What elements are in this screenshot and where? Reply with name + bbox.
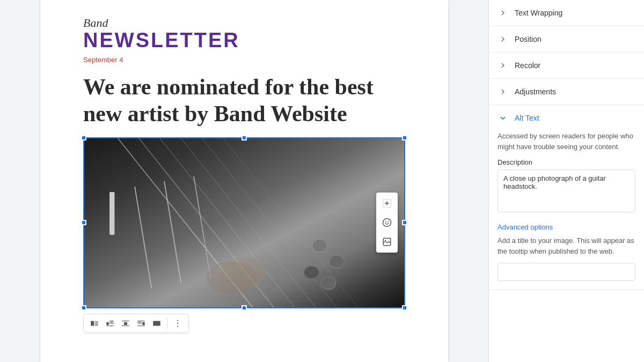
image-title-input[interactable]	[497, 263, 635, 281]
doc-page: Band NEWSLETTER September 4 We are nomin…	[40, 0, 448, 362]
text-wrapping-section: Text Wrapping	[489, 0, 644, 26]
wrap-right-button[interactable]	[134, 316, 149, 331]
image-button[interactable]	[378, 233, 396, 250]
advanced-options-description: Add a title to your image. This will app…	[497, 235, 635, 256]
svg-rect-32	[106, 322, 109, 325]
svg-point-8	[329, 255, 344, 268]
svg-point-24	[387, 221, 389, 223]
handle-top-center[interactable]	[241, 135, 247, 141]
position-label: Position	[515, 35, 635, 43]
handle-top-left[interactable]	[81, 135, 86, 141]
svg-rect-37	[124, 322, 127, 325]
text-wrapping-chevron-icon	[497, 8, 508, 18]
adjustments-label: Adjustments	[515, 87, 635, 96]
svg-point-9	[304, 266, 319, 279]
text-wrapping-row[interactable]: Text Wrapping	[489, 0, 644, 26]
position-row[interactable]: Position	[489, 26, 644, 52]
svg-rect-45	[153, 321, 160, 326]
advanced-options-link[interactable]: Advanced options	[497, 223, 635, 231]
svg-point-7	[312, 239, 327, 252]
newsletter-script-title: Band	[83, 16, 405, 30]
svg-point-48	[177, 326, 178, 327]
handle-left-center[interactable]	[81, 220, 86, 225]
description-textarea[interactable]	[497, 169, 635, 212]
newsletter-headline: We are nominated for the best new artist…	[83, 73, 405, 128]
recolor-row[interactable]: Recolor	[489, 53, 644, 78]
image-selection-wrapper[interactable]	[83, 137, 405, 308]
add-button[interactable]	[378, 195, 396, 212]
wrap-none-button[interactable]	[87, 316, 102, 331]
handle-top-right[interactable]	[402, 135, 407, 141]
more-options-button[interactable]	[170, 316, 185, 331]
svg-point-22	[383, 219, 391, 227]
recolor-chevron-icon	[497, 60, 508, 71]
recolor-section: Recolor	[489, 53, 644, 79]
svg-point-47	[177, 323, 178, 324]
svg-point-16	[221, 257, 267, 287]
adjustments-row[interactable]: Adjustments	[489, 79, 644, 105]
position-section: Position	[489, 26, 644, 53]
image-container[interactable]	[83, 137, 405, 333]
alt-text-description: Accessed by screen readers for people wh…	[497, 131, 635, 152]
handle-bottom-right[interactable]	[402, 305, 407, 311]
alt-text-chevron-icon	[497, 113, 508, 123]
adjustments-chevron-icon	[497, 86, 508, 97]
svg-point-10	[321, 277, 336, 290]
svg-rect-40	[142, 322, 145, 325]
svg-rect-27	[91, 321, 94, 326]
svg-point-46	[177, 320, 178, 321]
image-float-toolbar	[376, 193, 398, 253]
newsletter-main-title: NEWSLETTER	[83, 30, 405, 50]
handle-right-center[interactable]	[402, 220, 407, 225]
document-area: Band NEWSLETTER September 4 We are nomin…	[0, 0, 488, 362]
emoji-button[interactable]	[378, 214, 396, 231]
newsletter-date: September 4	[83, 56, 405, 64]
alt-text-row[interactable]: Alt Text	[497, 105, 635, 131]
guitar-image	[84, 138, 404, 307]
alt-text-title: Alt Text	[515, 114, 539, 122]
wrap-center-button[interactable]	[118, 316, 133, 331]
wrap-full-button[interactable]	[149, 316, 164, 331]
text-wrapping-label: Text Wrapping	[515, 9, 635, 17]
guitar-strings-svg	[84, 138, 404, 307]
alt-text-section: Alt Text Accessed by screen readers for …	[489, 105, 644, 290]
bottom-toolbar-wrapper	[83, 309, 405, 333]
wrap-inline-button[interactable]	[103, 316, 118, 331]
toolbar-separator	[167, 318, 167, 329]
image-align-toolbar	[83, 314, 189, 333]
svg-rect-11	[109, 192, 114, 235]
right-panel: Text Wrapping Position Recolor	[488, 0, 644, 362]
adjustments-section: Adjustments	[489, 79, 644, 105]
svg-point-23	[385, 221, 386, 223]
description-field-label: Description	[497, 158, 635, 166]
handle-bottom-center[interactable]	[241, 305, 247, 311]
position-chevron-icon	[497, 34, 508, 45]
handle-bottom-left[interactable]	[81, 305, 86, 311]
recolor-label: Recolor	[515, 61, 635, 70]
